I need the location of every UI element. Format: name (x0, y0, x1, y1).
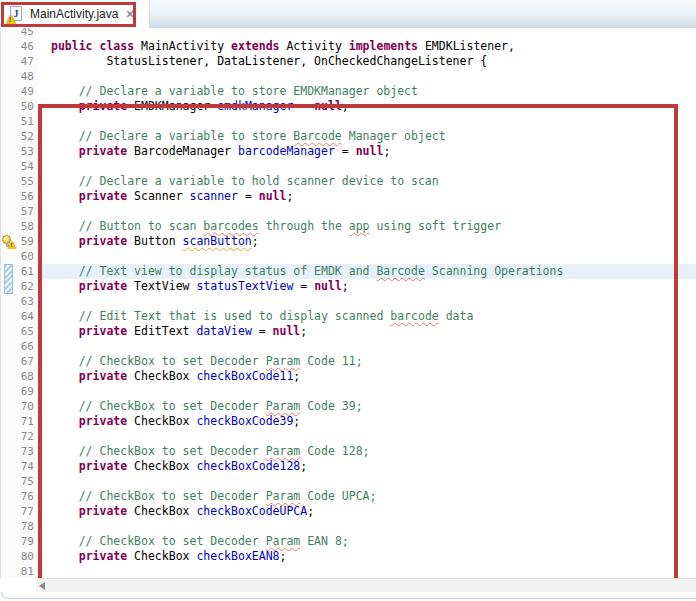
code-line[interactable]: 55 // Declare a variable to hold scanner… (1, 174, 696, 189)
horizontal-scrollbar[interactable] (36, 578, 696, 592)
code-line[interactable]: 77 private CheckBox checkBoxCodeUPCA; (1, 504, 696, 519)
code-line-text: private CheckBox checkBoxCode128; (38, 459, 696, 474)
marker-gutter-cell (1, 144, 19, 159)
marker-gutter-cell (1, 534, 19, 549)
line-number: 58 (19, 219, 38, 234)
code-line[interactable]: 50 private EMDKManager emdkManager = nul… (1, 99, 696, 114)
code-line[interactable]: 66 (1, 339, 696, 354)
code-line[interactable]: 58 // Button to scan barcodes through th… (1, 219, 696, 234)
code-line-text (38, 294, 696, 309)
code-line-text: private EditText dataView = null; (38, 324, 696, 339)
line-number: 61 (19, 264, 38, 279)
code-line-text: private BarcodeManager barcodeManager = … (38, 144, 696, 159)
code-line-text: // Declare a variable to hold scanner de… (38, 174, 696, 189)
code-line[interactable]: 48 (1, 69, 696, 84)
code-line[interactable]: 80 private CheckBox checkBoxEAN8; (1, 549, 696, 564)
close-icon[interactable]: ✕ (125, 9, 134, 20)
scroll-left-arrow-icon[interactable] (39, 582, 45, 590)
code-line-text (38, 519, 696, 534)
code-line-text (38, 159, 696, 174)
code-line[interactable]: 63 (1, 294, 696, 309)
line-number: 49 (19, 84, 38, 99)
code-line-text: // CheckBox to set Decoder Param Code UP… (38, 489, 696, 504)
marker-gutter-cell (1, 309, 19, 324)
tab-title: MainActivity.java (30, 7, 118, 21)
code-line[interactable]: 51 (1, 114, 696, 129)
code-line-text: // Declare a variable to store Barcode M… (38, 129, 696, 144)
code-line[interactable]: 73 // CheckBox to set Decoder Param Code… (1, 444, 696, 459)
code-line[interactable]: 45 (1, 28, 696, 39)
marker-gutter-cell (1, 264, 19, 279)
marker-gutter-cell (1, 549, 19, 564)
marker-gutter-cell (1, 414, 19, 429)
code-lines-container: 4546public class MainActivity extends Ac… (1, 28, 696, 578)
marker-gutter-cell (1, 459, 19, 474)
code-line-text: StatusListener, DataListener, OnCheckedC… (38, 54, 696, 69)
code-line-text: // Declare a variable to store EMDKManag… (38, 84, 696, 99)
marker-gutter-cell (1, 564, 19, 578)
line-number: 69 (19, 384, 38, 399)
marker-gutter-cell (1, 69, 19, 84)
marker-gutter-cell (1, 384, 19, 399)
code-line[interactable]: 68 private CheckBox checkBoxCode11; (1, 369, 696, 384)
marker-gutter-cell (1, 99, 19, 114)
code-line-text (38, 28, 696, 39)
code-line-text: // Button to scan barcodes through the a… (38, 219, 696, 234)
line-number: 62 (19, 279, 38, 294)
code-line[interactable]: 76 // CheckBox to set Decoder Param Code… (1, 489, 696, 504)
code-line[interactable]: 65 private EditText dataView = null; (1, 324, 696, 339)
code-line[interactable]: 72 (1, 429, 696, 444)
code-line[interactable]: 67 // CheckBox to set Decoder Param Code… (1, 354, 696, 369)
code-line[interactable]: 61 // Text view to display status of EMD… (1, 264, 696, 279)
code-line-text (38, 429, 696, 444)
window-bottom-border (1, 592, 696, 599)
line-number: 46 (19, 39, 38, 54)
code-line-text (38, 249, 696, 264)
code-line-text: private TextView statusTextView = null; (38, 279, 696, 294)
code-line[interactable]: 57 (1, 204, 696, 219)
code-line[interactable]: 47 StatusListener, DataListener, OnCheck… (1, 54, 696, 69)
marker-gutter-cell (1, 354, 19, 369)
code-line[interactable]: 62 private TextView statusTextView = nul… (1, 279, 696, 294)
marker-gutter-cell (1, 159, 19, 174)
code-line[interactable]: 53 private BarcodeManager barcodeManager… (1, 144, 696, 159)
code-line[interactable]: 75 (1, 474, 696, 489)
line-number: 54 (19, 159, 38, 174)
code-line[interactable]: 74 private CheckBox checkBoxCode128; (1, 459, 696, 474)
marker-gutter-cell (1, 174, 19, 189)
tab-mainactivity-java[interactable]: J MainActivity.java ✕ (0, 0, 150, 28)
code-line[interactable]: 79 // CheckBox to set Decoder Param EAN … (1, 534, 696, 549)
marker-gutter-cell (1, 429, 19, 444)
code-line[interactable]: 69 (1, 384, 696, 399)
code-line[interactable]: 64 // Edit Text that is used to display … (1, 309, 696, 324)
code-line[interactable]: 60 (1, 249, 696, 264)
line-number: 70 (19, 399, 38, 414)
line-number: 71 (19, 414, 38, 429)
marker-gutter-cell (1, 219, 19, 234)
marker-gutter-cell (1, 474, 19, 489)
code-line[interactable]: 54 (1, 159, 696, 174)
line-number: 76 (19, 489, 38, 504)
marker-gutter-cell (1, 369, 19, 384)
code-line[interactable]: 46public class MainActivity extends Acti… (1, 39, 696, 54)
marker-gutter-cell (1, 54, 19, 69)
line-number: 48 (19, 69, 38, 84)
marker-gutter-cell (1, 114, 19, 129)
code-line[interactable]: 81 (1, 564, 696, 578)
code-line-text: private EMDKManager emdkManager = null; (38, 99, 696, 114)
code-line[interactable]: 59 private Button scanButton; (1, 234, 696, 249)
code-line[interactable]: 49 // Declare a variable to store EMDKMa… (1, 84, 696, 99)
code-line[interactable]: 52 // Declare a variable to store Barcod… (1, 129, 696, 144)
code-line[interactable]: 78 (1, 519, 696, 534)
marker-gutter-cell (1, 39, 19, 54)
code-line[interactable]: 71 private CheckBox checkBoxCode39; (1, 414, 696, 429)
code-editor[interactable]: 4546public class MainActivity extends Ac… (0, 28, 696, 578)
code-line-text (38, 564, 696, 578)
code-line-text: // CheckBox to set Decoder Param Code 39… (38, 399, 696, 414)
code-line[interactable]: 56 private Scanner scanner = null; (1, 189, 696, 204)
code-line[interactable]: 70 // CheckBox to set Decoder Param Code… (1, 399, 696, 414)
line-number: 66 (19, 339, 38, 354)
line-number: 52 (19, 129, 38, 144)
marker-gutter-cell (1, 294, 19, 309)
warning-lightbulb-icon[interactable] (2, 235, 16, 248)
